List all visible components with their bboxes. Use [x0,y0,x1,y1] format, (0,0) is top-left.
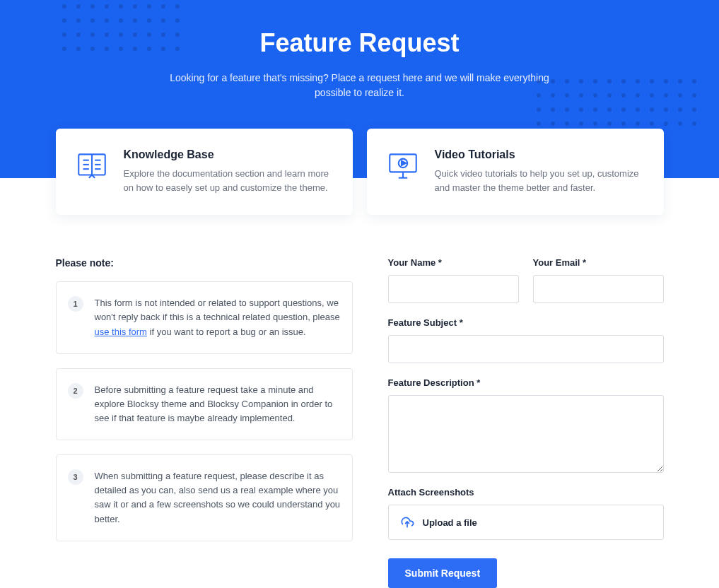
video-tutorials-card[interactable]: Video Tutorials Quick video tutorials to… [367,129,664,215]
notes-column: Please note: 1 This form is not intended… [56,257,353,555]
video-title: Video Tutorials [435,148,645,161]
name-label: Your Name [388,257,519,268]
monitor-play-icon [385,148,421,184]
help-cards: Knowledge Base Explore the documentation… [56,129,664,215]
use-this-form-link[interactable]: use this form [95,327,147,337]
video-desc: Quick video tutorials to help you set up… [435,167,645,195]
cloud-upload-icon [400,515,414,529]
note-number: 2 [68,383,83,399]
upload-file-button[interactable]: Upload a file [388,505,664,540]
decorative-dots [537,79,696,126]
kb-title: Knowledge Base [124,148,334,161]
note-item: 1 This form is not intended or related t… [56,281,353,353]
email-input[interactable] [533,275,664,303]
knowledge-base-card[interactable]: Knowledge Base Explore the documentation… [56,129,353,215]
name-input[interactable] [388,275,519,303]
kb-desc: Explore the documentation section and le… [124,167,334,195]
upload-label: Upload a file [423,517,477,528]
description-label: Feature Description [388,377,664,388]
note-item: 3 When submitting a feature request, ple… [56,454,353,541]
attach-label: Attach Screenshots [388,487,664,498]
note-text: Before submitting a feature request take… [95,383,341,425]
notes-heading: Please note: [56,257,353,269]
description-textarea[interactable] [388,395,664,473]
svg-marker-10 [401,161,405,165]
decorative-dots [62,4,180,51]
note-text: When submitting a feature request, pleas… [95,469,341,527]
submit-request-button[interactable]: Submit Request [388,558,498,588]
email-label: Your Email [533,257,664,268]
form-column: Your Name Your Email Feature Subject Fea… [388,257,664,588]
book-icon [74,148,110,184]
note-item: 2 Before submitting a feature request ta… [56,368,353,440]
note-number: 3 [68,469,83,485]
note-number: 1 [68,296,83,312]
subject-input[interactable] [388,335,664,363]
note-text: This form is not intended or related to … [95,296,341,339]
page-subtitle: Looking for a feature that's missing? Pl… [169,71,551,100]
subject-label: Feature Subject [388,317,664,328]
